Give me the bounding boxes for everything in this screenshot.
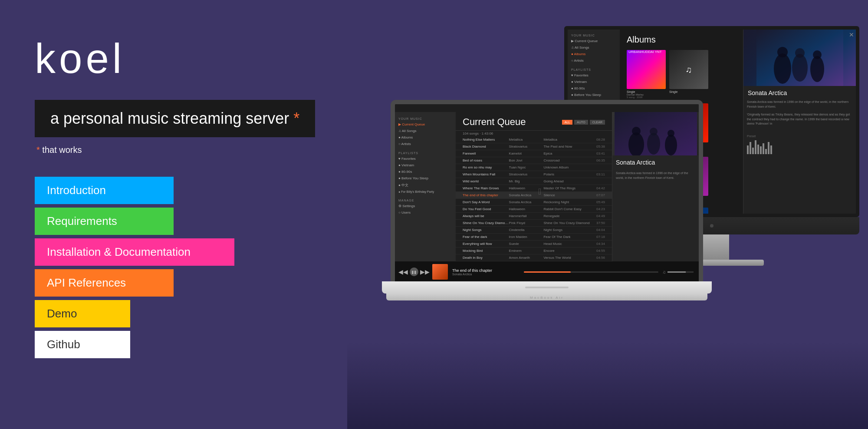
song-duration-11: 04:49 [590, 214, 605, 218]
song-album-8: Silence [543, 193, 590, 197]
song-duration-15: 04:34 [590, 242, 605, 246]
song-name-17: Death in Boy [463, 256, 509, 260]
playlists-label: PLAYLISTS [395, 150, 456, 155]
song-album-9: Reckoning Night [543, 200, 590, 204]
song-name-1: Black Diamond [463, 145, 509, 148]
imac-sidebar-favorites[interactable]: ♥ Favorites [568, 72, 620, 79]
btn-auto[interactable]: AUTO [574, 120, 588, 125]
imac-sidebar-beforesleep[interactable]: ● Before You Sleep [568, 92, 620, 98]
sidebar-vietnam[interactable]: ● Vietnam [395, 162, 456, 168]
imac-your-music-label: YOUR MUSIC [568, 32, 620, 38]
api-button[interactable]: API References [35, 269, 174, 297]
imac-sidebar-artists[interactable]: ○ Artists [568, 57, 620, 64]
imac-sidebar-80s90s[interactable]: ● 80-90s [568, 85, 620, 92]
requirements-button[interactable]: Requirements [35, 208, 174, 235]
album-card-1[interactable]: URBANHUDDAI YNT Single Daman Marley 5 so… [627, 50, 666, 100]
btn-all[interactable]: ALL [562, 120, 572, 125]
song-row-0[interactable]: Nothing Else Matters Metallica Metallica… [456, 136, 612, 143]
album-card-2[interactable]: ♫ Single [669, 50, 708, 100]
installation-button[interactable]: Installation & Documentation [35, 238, 234, 266]
song-row-4[interactable]: Ro em so nhu may Tuan Ngoc Unknown Album [456, 164, 612, 171]
song-artist-5: Stratovarius [509, 172, 544, 176]
tagline-asterisk: * [293, 109, 299, 127]
song-name-5: When Mountains Fall [463, 172, 509, 176]
tagline-box: a personal music streaming server * [35, 100, 315, 137]
song-row-15[interactable]: Everything will flow Suede Head Music 04… [456, 241, 612, 248]
svg-point-4 [795, 48, 805, 58]
prev-button[interactable]: ◀◀ [400, 269, 406, 275]
song-row-17[interactable]: Death in Boy Amon Amarth Versus The Worl… [456, 254, 612, 261]
sidebar-users[interactable]: ○ Users [395, 209, 456, 216]
album-art-2: ♫ [669, 50, 708, 89]
song-row-1[interactable]: Black Diamond Stratovarius The Past and … [456, 143, 612, 150]
svg-point-13 [665, 135, 677, 155]
sidebar-chinese[interactable]: ● 中文 [395, 182, 456, 189]
song-row-11[interactable]: Always will be Hammerfall Renegade 04:49 [456, 213, 612, 220]
player-progress-bar[interactable] [524, 271, 658, 273]
sidebar-before-sleep[interactable]: ● Before You Sleep [395, 175, 456, 182]
svg-point-14 [667, 130, 674, 137]
artist-panel-close[interactable]: ✕ [849, 31, 854, 38]
song-artist-3: Bon Jovi [509, 158, 544, 162]
song-duration-7: 04:42 [590, 186, 605, 190]
song-row-16[interactable]: Mocking Bird Eminem Encore 04:55 [456, 248, 612, 254]
song-row-8[interactable]: The end of this chapter Sonata Arctica S… [456, 192, 612, 199]
sidebar-80s90s[interactable]: ● 80-90s [395, 168, 456, 175]
song-row-9[interactable]: Don't Say A Word Sonata Arctica Reckonin… [456, 199, 612, 206]
github-button[interactable]: Github [35, 331, 130, 358]
macbook-mockup: YOUR MUSIC ▶ Current Queue ♫ All Songs ●… [382, 100, 712, 326]
sidebar-current-queue[interactable]: ▶ Current Queue [395, 121, 456, 128]
song-row-5[interactable]: When Mountains Fall Stratovarius Polaris… [456, 171, 612, 178]
song-name-14: Fear of the dark [463, 235, 509, 239]
sidebar-artists[interactable]: ○ Artists [395, 141, 456, 147]
svg-point-11 [647, 133, 660, 155]
sidebar-settings[interactable]: ⚙ Settings [395, 203, 456, 209]
song-album-2: Epica [543, 152, 590, 155]
song-row-2[interactable]: Farewell Kamelot Epica 03:41 [456, 150, 612, 157]
play-pause-button[interactable]: ▮▮ [410, 267, 418, 276]
artist-bio-2: 'Originally formed as Tricky Beans, they… [743, 111, 856, 128]
svg-point-3 [792, 54, 808, 82]
btn-clear[interactable]: CLEAR [590, 120, 605, 125]
song-row-3[interactable]: Bed of roses Bon Jovi Crossroad 06:35 [456, 157, 612, 164]
player-bar: ◀◀ ▮▮ ▶▶ The end of this chapter Sonata … [395, 261, 699, 282]
player-volume-bar[interactable] [667, 271, 694, 273]
song-row-13[interactable]: Night Songs Cinderella Night Songs 04:04 [456, 227, 612, 234]
demo-button[interactable]: Demo [35, 300, 130, 327]
song-row-6[interactable]: Wild world Mr. Big Going Ahead [456, 178, 612, 185]
song-duration-2: 03:41 [590, 152, 605, 155]
song-artist-0: Metallica [509, 138, 544, 142]
song-row-10[interactable]: Do You Feel Good Halloween Rabbit Don't … [456, 206, 612, 213]
introduction-button[interactable]: Introduction [35, 177, 174, 204]
imac-sidebar-albums[interactable]: ● Albums [568, 51, 620, 57]
artist-equalizer [743, 140, 856, 156]
volume-icon: ♫ [663, 270, 666, 274]
artist-bio-1: Sonata Arctica was formed in 1996 on the… [743, 98, 856, 111]
sidebar-all-songs[interactable]: ♫ All Songs [395, 128, 456, 134]
queue-header: Current Queue ALL AUTO CLEAR [456, 112, 612, 131]
song-row-12[interactable]: Shine On You Crazy Diamond (Steel Breeze… [456, 220, 612, 227]
song-row-7[interactable]: Where The Rain Grows Halloween Master Of… [456, 185, 612, 192]
song-album-13: Night Songs [543, 228, 590, 232]
album-type-2: Single [669, 90, 708, 93]
sidebar-billy[interactable]: ● For Billy's Birthday Party [395, 189, 456, 195]
song-artist-1: Stratovarius [509, 145, 544, 148]
imac-sidebar-vietnam[interactable]: ● Vietnam [568, 79, 620, 85]
song-name-8: The end of this chapter [463, 193, 509, 197]
song-row-14[interactable]: Fear of the dark Iron Maiden Fear Of The… [456, 234, 612, 241]
sidebar-favorites[interactable]: ♥ Favorites [395, 155, 456, 162]
album-info-1: Single Daman Marley 5 song · 2008 [627, 89, 666, 100]
song-artist-11: Hammerfall [509, 214, 544, 218]
macbook-label: MacBook Air [530, 296, 564, 300]
detail-artist-image [612, 112, 699, 155]
svg-point-5 [810, 56, 824, 82]
imac-sidebar-queue[interactable]: ▶ Current Queue [568, 38, 620, 44]
queue-header-left: Current Queue [463, 116, 526, 128]
song-album-14: Fear Of The Dark [543, 235, 590, 239]
tagline-sub: * that works [36, 145, 339, 155]
next-button[interactable]: ▶▶ [422, 269, 428, 275]
macbook-body [382, 281, 712, 294]
imac-sidebar-songs[interactable]: ♫ All Songs [568, 44, 620, 51]
svg-point-10 [632, 127, 641, 135]
sidebar-albums[interactable]: ● Albums [395, 134, 456, 141]
